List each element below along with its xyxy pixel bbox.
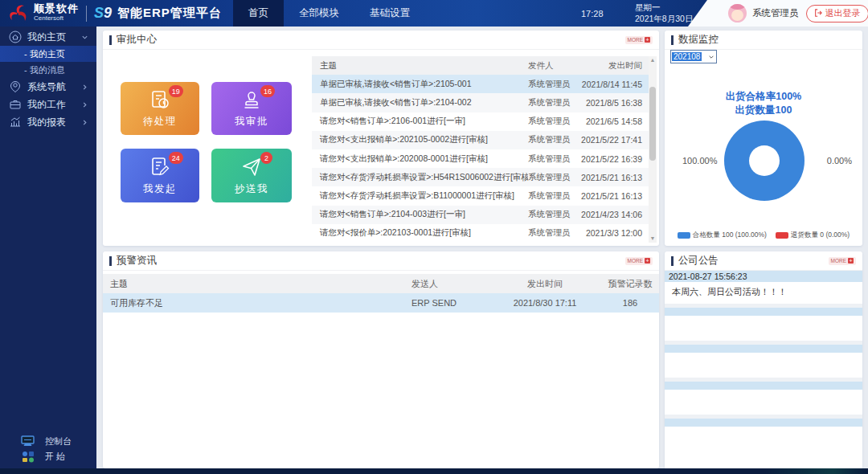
monitor-panel-header: 数据监控 [665, 31, 862, 50]
sidebar-item-navigation[interactable]: 系统导航 [0, 78, 96, 96]
chevron-right-icon [81, 84, 88, 91]
cc-me-count-badge: 2 [260, 152, 272, 164]
sidebar-sub-myhome[interactable]: - 我的主页 [0, 46, 96, 62]
table-scrollbar[interactable]: ▲ ▼ [649, 56, 657, 243]
news-more-button[interactable]: MORE+ [829, 257, 857, 265]
legend-swatch-red [776, 232, 788, 239]
month-dropdown[interactable]: 202108 [670, 50, 717, 63]
donut-hole [749, 145, 780, 176]
news-list: 2021-08-27 15:56:23 本周六、周日公司活动！！！ [665, 271, 862, 468]
alerts-panel-title: 预警资讯 [117, 254, 157, 268]
alerts-table: 主题 发送人 发出时间 预警记录数 可用库存不足 ERP SEND 2021/8… [103, 274, 659, 313]
news-item[interactable] [665, 345, 862, 378]
plus-icon: + [645, 258, 650, 264]
my-approvals-count-badge: 16 [260, 85, 275, 97]
title-accent-bar [109, 256, 112, 266]
scroll-down-arrow[interactable]: ▼ [649, 235, 657, 243]
sidebar-sub-mymessages[interactable]: - 我的消息 [0, 62, 96, 78]
news-item[interactable] [665, 419, 862, 468]
approval-table: 主题 发件人 发出时间 单据已审核,请接收<销售订单>:2105-001系统管理… [312, 56, 649, 243]
legend-return: 退货数量 0 (0.00%) [776, 231, 850, 240]
monitor-panel-title: 数据监控 [678, 33, 719, 47]
approval-row[interactable]: 请您对<支出报销单>:202008-0001进行[审核]系统管理员2021/5/… [312, 149, 649, 168]
approval-panel-title: 审批中心 [117, 33, 157, 47]
app-title: 智能ERP管理平台 [117, 6, 222, 21]
approval-row[interactable]: 请您对<报价单>:202103-0001进行[审核]系统管理员2021/3/3 … [312, 224, 649, 243]
navigation-icon [9, 80, 22, 93]
nav-tab-settings[interactable]: 基础设置 [354, 0, 425, 27]
clock-date: 星期一 2021年8月30日 [635, 2, 693, 24]
alerts-panel-header: 预警资讯 MORE+ [103, 251, 659, 271]
user-name: 系统管理员 [752, 7, 799, 19]
nav-tab-modules[interactable]: 全部模块 [284, 0, 354, 27]
pending-doc-icon [149, 89, 171, 112]
user-avatar[interactable] [728, 4, 747, 22]
plus-icon: + [848, 258, 854, 264]
news-panel-title: 公司公告 [678, 254, 719, 268]
news-item[interactable] [665, 308, 862, 341]
approval-row[interactable]: 请您对<销售订单>:2106-001进行[一审]系统管理员2021/6/5 14… [312, 112, 649, 131]
legend-pass: 合格数量 100 (100.00%) [678, 231, 767, 240]
title-accent-bar [671, 35, 674, 45]
send-plane-icon [240, 156, 263, 178]
news-panel-header: 公司公告 MORE+ [665, 251, 862, 271]
alert-row[interactable]: 可用库存不足 ERP SEND 2021/8/30 17:11 186 [103, 293, 659, 313]
card-cc-me[interactable]: 2 抄送我 [211, 149, 292, 202]
donut-label-left: 100.00% [682, 156, 717, 165]
scroll-up-arrow[interactable]: ▲ [649, 56, 657, 64]
news-item[interactable]: 2021-08-27 15:56:23 本周六、周日公司活动！！！ [665, 271, 862, 304]
chevron-right-icon [81, 101, 88, 108]
clock-time: 17:28 [581, 9, 604, 18]
scrollbar-thumb[interactable] [649, 87, 656, 161]
sidebar-item-myreports[interactable]: 我的报表 [0, 113, 96, 131]
nav-tab-home[interactable]: 首页 [233, 0, 284, 27]
card-initiated[interactable]: 24 我发起 [121, 149, 199, 202]
title-accent-bar [671, 256, 674, 266]
main-nav: 首页 全部模块 基础设置 [233, 0, 425, 27]
donut-label-right: 0.00% [827, 156, 852, 165]
brand-logo: 顺景软件 Centersoft S9 智能ERP管理平台 [6, 2, 222, 25]
card-my-approvals[interactable]: 16 我审批 [211, 82, 292, 135]
briefcase-icon [9, 98, 22, 111]
compose-doc-icon [149, 156, 171, 178]
s9-logo: S9 [94, 5, 112, 22]
approval-row[interactable]: 请您对<销售订单>:2104-003进行[一审]系统管理员2021/4/23 1… [312, 206, 649, 224]
chevron-down-icon [81, 34, 88, 41]
approval-center-panel: 审批中心 MORE+ 19 待处理 16 我审批 24 我发起 2 抄送我 主题… [103, 31, 659, 246]
alerts-more-button[interactable]: MORE+ [625, 257, 653, 265]
approval-row[interactable]: 单据已审核,请接收<销售订单>:2105-001系统管理员2021/8/14 1… [312, 75, 649, 93]
approval-row[interactable]: 请您对<存货浮动耗损率设置>:H54R1S006002进行[审核]系统管理员20… [312, 168, 649, 186]
initiated-count-badge: 24 [169, 152, 183, 164]
centersoft-logo-icon [6, 3, 31, 24]
chevron-down-icon [708, 54, 714, 60]
console-icon [21, 435, 35, 447]
bottom-strip [0, 468, 868, 474]
approval-row[interactable]: 单据已审核,请接收<销售订单>:2104-002系统管理员2021/8/5 16… [312, 93, 649, 112]
start-button[interactable]: 开 始 [0, 449, 96, 464]
report-chart-icon [9, 116, 22, 129]
alerts-panel: 预警资讯 MORE+ 主题 发送人 发出时间 预警记录数 可用库存不足 ERP … [103, 251, 659, 468]
news-item[interactable] [665, 382, 862, 415]
chart-legend: 合格数量 100 (100.00%) 退货数量 0 (0.00%) [665, 231, 862, 240]
approval-row[interactable]: 请您对<存货浮动耗损率设置>:B11000001进行[审核]系统管理员2021/… [312, 186, 649, 205]
sidebar-item-mywork[interactable]: 我的工作 [0, 96, 96, 113]
plus-icon: + [645, 37, 650, 43]
console-button[interactable]: 控制台 [0, 434, 96, 449]
approval-more-button[interactable]: MORE+ [625, 36, 653, 44]
home-icon [9, 31, 22, 43]
sidebar-footer: 控制台 开 始 [0, 434, 96, 464]
approval-panel-header: 审批中心 MORE+ [103, 31, 659, 50]
title-accent-bar [109, 35, 112, 45]
logout-button[interactable]: 退出登录 [806, 5, 868, 22]
card-pending[interactable]: 19 待处理 [121, 82, 199, 135]
stamp-icon [240, 89, 263, 112]
sidebar-item-myhome[interactable]: 我的主页 [0, 28, 96, 46]
alerts-table-header: 主题 发送人 发出时间 预警记录数 [103, 274, 659, 293]
top-bar: 顺景软件 Centersoft S9 智能ERP管理平台 首页 全部模块 基础设… [0, 0, 868, 27]
logout-icon [814, 9, 822, 17]
logo-text-cn: 顺景软件 [34, 4, 79, 14]
pending-count-badge: 19 [169, 85, 183, 97]
pass-rate-text: 出货合格率100% [665, 90, 862, 104]
logo-text-en: Centersoft [34, 14, 79, 23]
approval-row[interactable]: 请您对<支出报销单>:202105-0002进行[审核]系统管理员2021/5/… [312, 131, 649, 149]
